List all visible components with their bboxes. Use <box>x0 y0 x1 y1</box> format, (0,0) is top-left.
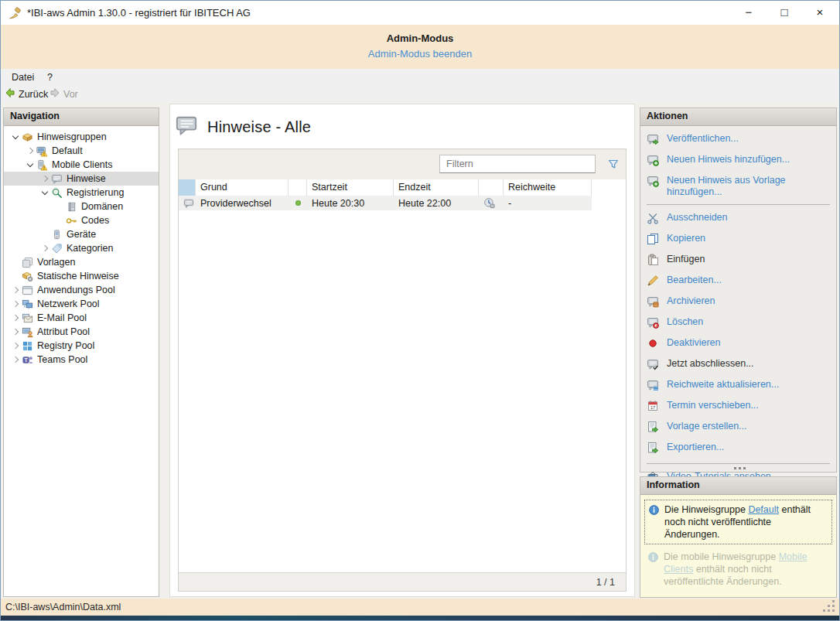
column-header-endzeit[interactable]: Endzeit <box>394 179 479 196</box>
sidebar-item-label: E-Mail Pool <box>37 312 87 323</box>
menu-help[interactable]: ? <box>47 72 53 83</box>
admin-mode-end-link[interactable]: Admin-Modus beenden <box>368 48 472 60</box>
sidebar-item-vorlagen[interactable]: Vorlagen <box>4 255 159 269</box>
attribute-pool-icon <box>22 326 33 338</box>
chevron-right-icon[interactable] <box>10 315 22 322</box>
resize-grip[interactable] <box>832 609 835 612</box>
toolbar: Zurück Vor <box>1 86 839 103</box>
back-label: Zurück <box>19 89 48 100</box>
action-label[interactable]: Bearbeiten... <box>667 275 722 290</box>
column-header-grund[interactable]: Grund <box>196 179 289 196</box>
device-icon <box>51 229 63 241</box>
forward-label: Vor <box>63 89 78 100</box>
sidebar-item-geraete[interactable]: Geräte <box>4 227 159 241</box>
sidebar-item-mobile-clients[interactable]: Mobile Clients <box>4 158 159 172</box>
table-row[interactable]: ProviderwechselHeute 20:30Heute 22:00- <box>179 196 592 210</box>
sidebar-item-registrierung[interactable]: Registrierung <box>4 186 159 200</box>
action-termin-verschieben[interactable]: 17Termin verschieben... <box>640 398 836 418</box>
column-header-startzeit[interactable]: Startzeit <box>307 179 394 196</box>
chevron-right-icon[interactable] <box>39 245 51 252</box>
mobile-warning-icon <box>36 159 48 171</box>
information-panel: Information Die Hinweisgruppe Default en… <box>640 476 837 598</box>
action-kopieren[interactable]: Kopieren <box>640 230 836 251</box>
action-label[interactable]: Veröffentlichen... <box>667 133 739 148</box>
action-neuen-hinweis-aus-vorlage-hinzufuegen[interactable]: Neuen Hinweis aus Vorlage hinzufügen... <box>640 172 836 200</box>
sidebar-item-label: Vorlagen <box>37 257 75 268</box>
cell-endzeit: Heute 22:00 <box>394 198 479 209</box>
filter-input[interactable] <box>439 155 596 173</box>
info-icon <box>648 504 660 516</box>
add-hint-icon <box>647 175 659 187</box>
sidebar-item-default[interactable]: Default <box>4 144 159 158</box>
column-header-status[interactable] <box>289 179 307 196</box>
actions-separator <box>647 204 830 205</box>
action-deaktivieren[interactable]: Deaktivieren <box>640 335 836 355</box>
sidebar-item-teams-pool[interactable]: TTeams Pool <box>4 353 159 367</box>
action-neuen-hinweis-hinzufuegen[interactable]: Neuen Hinweis hinzufügen... <box>640 152 836 172</box>
minimize-button[interactable]: − <box>731 1 767 25</box>
back-button[interactable]: Zurück <box>4 87 48 101</box>
chevron-right-icon[interactable] <box>10 301 22 308</box>
sidebar-item-attribut-pool[interactable]: Attribut Pool <box>4 325 159 339</box>
cell-reach-icon <box>479 197 504 209</box>
action-bearbeiten[interactable]: Bearbeiten... <box>640 272 836 292</box>
action-label[interactable]: Kopieren <box>667 233 705 248</box>
main-panel: Hinweise - Alle GrundStartzeitEndzeitRei… <box>169 104 635 597</box>
chevron-down-icon[interactable] <box>25 162 36 169</box>
column-header-reichweite[interactable]: Reichweite <box>504 179 592 196</box>
chevron-down-icon[interactable] <box>10 134 22 141</box>
sidebar-item-anwendungs-pool[interactable]: Anwendungs Pool <box>4 283 159 297</box>
sidebar-item-domaenen[interactable]: Domänen <box>4 200 159 213</box>
action-label[interactable]: Archivieren <box>667 295 715 311</box>
sidebar-item-kategorien[interactable]: Kategorien <box>4 241 159 255</box>
sidebar-item-statische-hinweise[interactable]: Statische Hinweise <box>4 269 159 283</box>
chevron-right-icon[interactable] <box>25 148 36 155</box>
chevron-right-icon[interactable] <box>10 287 22 294</box>
info-text: Die mobile Hinweisgruppe Mobile Clients … <box>664 551 829 588</box>
action-label[interactable]: Neuen Hinweis aus Vorlage hinzufügen... <box>667 175 831 198</box>
column-header-reach-icon[interactable] <box>479 179 504 196</box>
sidebar-item-label: Anwendungs Pool <box>37 285 115 295</box>
sidebar-item-netzwerk-pool[interactable]: Netzwerk Pool <box>4 297 159 311</box>
sidebar-item-codes[interactable]: Codes <box>4 213 159 227</box>
templates-icon <box>22 257 33 268</box>
action-ausschneiden[interactable]: Ausschneiden <box>640 210 836 230</box>
column-header-row-icon[interactable] <box>179 179 196 196</box>
action-label[interactable]: Ausschneiden <box>667 212 728 227</box>
close-button[interactable]: × <box>802 1 838 25</box>
filter-funnel-icon[interactable] <box>607 158 620 173</box>
sidebar-item-email-pool[interactable]: E-Mail Pool <box>4 311 159 325</box>
action-label[interactable]: Löschen <box>667 316 703 332</box>
action-archivieren[interactable]: Archivieren <box>640 293 836 313</box>
sidebar-item-hinweise[interactable]: Hinweise <box>4 172 159 186</box>
action-label[interactable]: Termin verschieben... <box>667 400 759 415</box>
action-label[interactable]: Reichweite aktualisieren... <box>667 379 779 394</box>
action-label[interactable]: Vorlage erstellen... <box>667 421 747 436</box>
sidebar-item-registry-pool[interactable]: Registry Pool <box>4 339 159 353</box>
action-label[interactable]: Deaktivieren <box>667 337 720 353</box>
back-arrow-icon <box>4 87 16 101</box>
action-exportieren[interactable]: Exportieren... <box>640 439 836 459</box>
chevron-spacer <box>54 203 66 210</box>
sidebar-item-hinweisgruppen[interactable]: Hinweisgruppen <box>4 130 159 144</box>
info-link-default[interactable]: Default <box>748 504 779 515</box>
splitter-grip[interactable] <box>739 467 741 469</box>
menu-datei[interactable]: Datei <box>12 72 34 83</box>
chevron-right-icon[interactable] <box>10 357 22 363</box>
action-label[interactable]: Neuen Hinweis hinzufügen... <box>667 154 790 169</box>
info-link-mobile-clients[interactable]: Mobile Clients <box>664 551 808 575</box>
action-label[interactable]: Exportieren... <box>667 442 724 457</box>
chevron-right-icon[interactable] <box>39 176 51 183</box>
forward-button: Vor <box>49 87 78 101</box>
chevron-right-icon[interactable] <box>10 329 22 336</box>
maximize-button[interactable]: □ <box>767 1 802 25</box>
action-vorlage-erstellen[interactable]: Vorlage erstellen... <box>640 418 836 438</box>
action-veroeffentlichen[interactable]: Veröffentlichen... <box>640 131 836 151</box>
publish-icon <box>647 133 659 145</box>
actions-list: Veröffentlichen...Neuen Hinweis hinzufüg… <box>640 126 836 489</box>
information-header: Information <box>640 477 836 495</box>
chevron-down-icon[interactable] <box>39 189 51 196</box>
action-loeschen[interactable]: Löschen <box>640 314 836 334</box>
action-reichweite-aktualisieren[interactable]: Reichweite aktualisieren... <box>640 377 836 397</box>
chevron-right-icon[interactable] <box>10 343 22 350</box>
